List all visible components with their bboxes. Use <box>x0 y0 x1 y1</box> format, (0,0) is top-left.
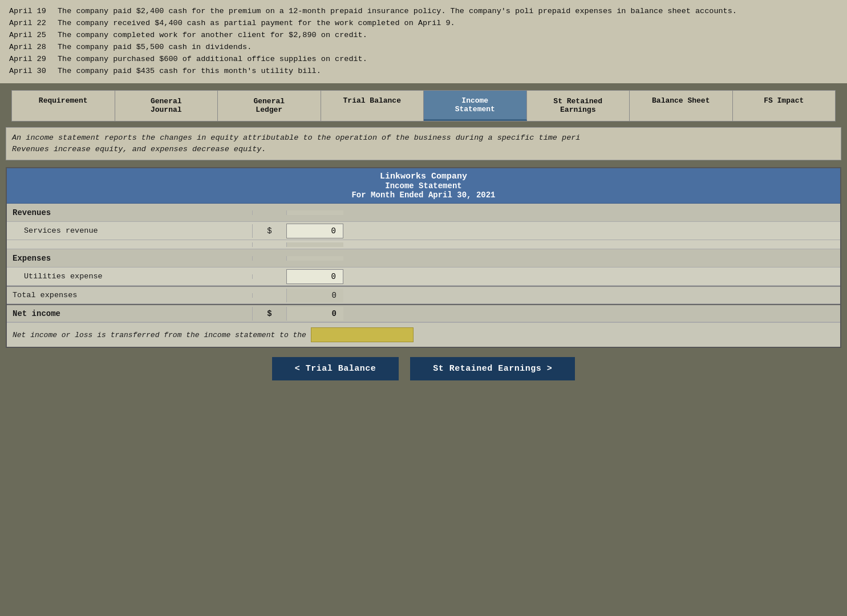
total-expenses-label: Total expenses <box>7 289 252 302</box>
transactions-section: April 19 The company paid $2,400 cash fo… <box>0 0 847 83</box>
utilities-expense-value[interactable] <box>286 269 343 284</box>
tab-general-ledger[interactable]: General Ledger <box>218 91 321 121</box>
total-expenses-row: Total expenses 0 <box>7 286 840 304</box>
transaction-row-1: April 19 The company paid $2,400 cash fo… <box>9 6 838 18</box>
services-revenue-label: Services revenue <box>7 224 252 237</box>
is-company-name: Linkworks Company <box>9 172 838 181</box>
expenses-section-header: Expenses <box>7 249 840 268</box>
tab-requirement[interactable]: Requirement <box>12 91 115 121</box>
revenues-section-header: Revenues <box>7 204 840 222</box>
net-income-label: Net income <box>7 307 252 321</box>
tab-fs-impact[interactable]: FS Impact <box>733 91 836 121</box>
spacer-row-1 <box>7 240 840 249</box>
tab-income-statement[interactable]: Income Statement <box>424 91 527 121</box>
is-header: Linkworks Company Income Statement For M… <box>7 168 840 204</box>
net-income-dollar: $ <box>252 307 286 321</box>
tabs-container: Requirement General Journal General Ledg… <box>6 90 841 121</box>
date-april25: April 25 <box>9 30 58 42</box>
transaction-text-3: The company completed work for another c… <box>58 30 367 42</box>
transaction-text-6: The company paid $435 cash for this mont… <box>58 66 321 78</box>
next-button[interactable]: St Retained Earnings > <box>410 357 575 380</box>
expenses-label: Expenses <box>7 252 252 265</box>
tab-st-retained-earnings[interactable]: St Retained Earnings <box>527 91 630 121</box>
transaction-row-6: April 30 The company paid $435 cash for … <box>9 66 838 78</box>
date-april22: April 22 <box>9 18 58 30</box>
total-expenses-value: 0 <box>286 289 343 302</box>
date-april30: April 30 <box>9 66 58 78</box>
net-income-row: Net income $ 0 <box>7 304 840 322</box>
is-period: For Month Ended April 30, 2021 <box>9 191 838 200</box>
transfer-highlight-box <box>311 327 414 342</box>
services-revenue-row: Services revenue $ <box>7 222 840 240</box>
description-line1: An income statement reports the changes … <box>12 132 835 144</box>
prev-button[interactable]: < Trial Balance <box>272 357 399 380</box>
description-line2: Revenues increase equity, and expenses d… <box>12 144 835 155</box>
nav-buttons: < Trial Balance St Retained Earnings > <box>6 357 841 380</box>
tab-bar: Requirement General Journal General Ledg… <box>11 90 836 121</box>
is-title: Income Statement <box>9 181 838 191</box>
tab-balance-sheet[interactable]: Balance Sheet <box>630 91 733 121</box>
net-income-value: 0 <box>286 307 343 321</box>
income-statement: Linkworks Company Income Statement For M… <box>6 167 841 348</box>
utilities-expense-label: Utilities expense <box>7 270 252 283</box>
transaction-text-2: The company received $4,400 cash as part… <box>58 18 455 30</box>
services-revenue-dollar: $ <box>252 224 286 238</box>
transaction-row-5: April 29 The company purchased $600 of a… <box>9 54 838 66</box>
date-april19: April 19 <box>9 6 58 18</box>
utilities-expense-row: Utilities expense <box>7 268 840 286</box>
services-revenue-value[interactable] <box>286 224 343 238</box>
services-revenue-input[interactable] <box>289 226 336 236</box>
transfer-note: Net income or loss is transferred from t… <box>7 322 840 347</box>
revenues-label: Revenues <box>7 206 252 220</box>
utilities-expense-input[interactable] <box>289 272 336 281</box>
tab-general-journal[interactable]: General Journal <box>115 91 218 121</box>
description-box: An income statement reports the changes … <box>6 127 841 161</box>
transaction-row-2: April 22 The company received $4,400 cas… <box>9 18 838 30</box>
transaction-text-5: The company purchased $600 of additional… <box>58 54 367 66</box>
is-body: Revenues Services revenue $ Expenses <box>7 204 840 347</box>
transaction-text-1: The company paid $2,400 cash for the pre… <box>58 6 737 18</box>
tab-trial-balance[interactable]: Trial Balance <box>321 91 424 121</box>
transaction-row-3: April 25 The company completed work for … <box>9 30 838 42</box>
transaction-row-4: April 28 The company paid $5,500 cash in… <box>9 42 838 54</box>
transfer-note-text: Net income or loss is transferred from t… <box>13 331 306 339</box>
transaction-text-4: The company paid $5,500 cash in dividend… <box>58 42 252 54</box>
date-april28: April 28 <box>9 42 58 54</box>
date-april29: April 29 <box>9 54 58 66</box>
